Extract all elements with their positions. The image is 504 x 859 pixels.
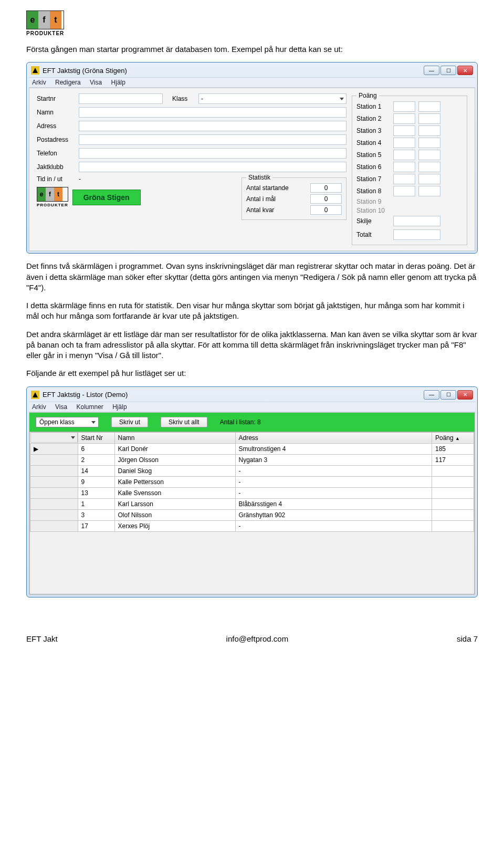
cell-adress: Blåbärsstigen 4	[235, 498, 432, 509]
green-stigen-button[interactable]: Gröna Stigen	[72, 190, 141, 205]
logo-letter-e: e	[27, 11, 38, 29]
input-station-7b[interactable]	[418, 174, 440, 184]
maximize-button-2[interactable]: ☐	[440, 390, 456, 400]
table-row[interactable]: 2Jörgen OlssonNygatan 3117	[30, 454, 474, 465]
input-station-1a[interactable]	[393, 101, 415, 112]
input-jaktklubb[interactable]	[79, 162, 346, 172]
close-button[interactable]: ✕	[457, 66, 473, 75]
input-totalt[interactable]	[393, 229, 440, 240]
cell-namn: Daniel Skog	[114, 465, 235, 476]
table-row[interactable]: ▶6Karl DonérSmultronstigen 4185	[30, 443, 474, 454]
cell-startnr: 2	[78, 454, 114, 465]
cell-adress: Smultronstigen 4	[235, 443, 432, 454]
row-selector[interactable]	[30, 498, 78, 509]
input-telefon[interactable]	[79, 148, 346, 159]
label-station-7: Station 7	[356, 175, 393, 183]
row-selector[interactable]	[30, 487, 78, 498]
label-klass: Klass	[172, 95, 198, 102]
print-all-button[interactable]: Skriv ut allt	[161, 417, 207, 427]
menu2-visa[interactable]: Visa	[55, 403, 67, 411]
col-adress[interactable]: Adress	[235, 432, 432, 443]
page-footer: EFT Jakt info@eftprod.com sida 7	[26, 634, 478, 643]
label-station-1: Station 1	[356, 103, 393, 110]
menu2-kolumner[interactable]: Kolumner	[77, 403, 103, 411]
cell-poang	[432, 498, 474, 509]
table-row[interactable]: 14Daniel Skog-	[30, 465, 474, 476]
class-dropdown[interactable]: Öppen klass	[36, 417, 99, 427]
input-station-6b[interactable]	[418, 162, 440, 172]
table-row[interactable]: 9Kalle Pettersson-	[30, 476, 474, 487]
menu-bar: Arkiv Redigera Visa Hjälp	[29, 77, 475, 88]
table-row[interactable]: 1Karl LarssonBlåbärsstigen 4	[30, 498, 474, 509]
menu2-arkiv[interactable]: Arkiv	[32, 403, 46, 411]
row-selector[interactable]: ▶	[30, 443, 78, 454]
menu-visa[interactable]: Visa	[90, 79, 102, 86]
input-station-8b[interactable]	[418, 186, 440, 196]
paragraph-5: Följande är ett exempel på hur listläget…	[26, 368, 478, 379]
input-adress[interactable]	[79, 121, 346, 131]
menu2-hjalp[interactable]: Hjälp	[112, 403, 127, 411]
input-postadress[interactable]	[79, 134, 346, 145]
row-selector[interactable]	[30, 465, 78, 476]
input-skilje[interactable]	[393, 216, 440, 226]
label-station-10: Station 10	[356, 207, 393, 214]
cell-poang	[432, 520, 474, 531]
input-station-1b[interactable]	[418, 101, 440, 112]
row-selector[interactable]	[30, 509, 78, 520]
row-selector[interactable]	[30, 454, 78, 465]
select-klass[interactable]: -	[198, 93, 346, 104]
menu-hjalp[interactable]: Hjälp	[111, 79, 125, 86]
menu-arkiv[interactable]: Arkiv	[32, 79, 46, 86]
row-selector[interactable]	[30, 520, 78, 531]
cell-adress: Gränshyttan 902	[235, 509, 432, 520]
cell-namn: Xerxes Plöj	[114, 520, 235, 531]
cell-namn: Karl Donér	[114, 443, 235, 454]
label-totalt: Totalt	[356, 231, 393, 238]
minimize-button-2[interactable]: —	[424, 390, 439, 400]
input-station-7a[interactable]	[393, 174, 415, 184]
table-row[interactable]: 3Olof NilssonGränshyttan 902	[30, 509, 474, 520]
fieldset-statistik-legend: Statistik	[246, 174, 272, 181]
label-startnr: Startnr	[37, 95, 79, 102]
input-station-5b[interactable]	[418, 150, 440, 160]
maximize-button[interactable]: ☐	[440, 66, 456, 75]
fieldset-poang-legend: Poäng	[356, 92, 379, 99]
value-tid: -	[79, 175, 81, 183]
menu-redigera[interactable]: Redigera	[55, 79, 81, 86]
row-selector[interactable]	[30, 476, 78, 487]
minimize-button[interactable]: —	[424, 66, 439, 75]
label-station-4: Station 4	[356, 139, 393, 146]
col-namn[interactable]: Namn	[114, 432, 235, 443]
input-station-6a[interactable]	[393, 162, 415, 172]
input-station-4b[interactable]	[418, 138, 440, 148]
cell-poang	[432, 465, 474, 476]
cell-poang: 185	[432, 443, 474, 454]
cell-startnr: 6	[78, 443, 114, 454]
input-station-8a[interactable]	[393, 186, 415, 196]
cell-startnr: 14	[78, 465, 114, 476]
cell-startnr: 1	[78, 498, 114, 509]
table-row[interactable]: 17Xerxes Plöj-	[30, 520, 474, 531]
input-station-2a[interactable]	[393, 113, 415, 124]
label-tid: Tid in / ut	[37, 175, 79, 183]
input-station-4a[interactable]	[393, 138, 415, 148]
col-poang[interactable]: Poäng ▲	[432, 432, 474, 443]
input-station-2b[interactable]	[418, 113, 440, 124]
paragraph-2: Det finns två skärmlägen i programmet. O…	[26, 261, 478, 293]
input-station-3b[interactable]	[418, 125, 440, 136]
cell-startnr: 9	[78, 476, 114, 487]
footer-left: EFT Jakt	[26, 634, 58, 643]
table-row[interactable]: 13Kalle Svensson-	[30, 487, 474, 498]
input-station-5a[interactable]	[393, 150, 415, 160]
footer-right: sida 7	[457, 634, 478, 643]
input-namn[interactable]	[79, 107, 346, 118]
menu-bar-2: Arkiv Visa Kolumner Hjälp	[29, 402, 475, 412]
cell-namn: Olof Nilsson	[114, 509, 235, 520]
print-button[interactable]: Skriv ut	[111, 417, 148, 427]
close-button-2[interactable]: ✕	[457, 390, 473, 400]
input-station-3a[interactable]	[393, 125, 415, 136]
col-startnr[interactable]: Start Nr	[78, 432, 114, 443]
label-jaktklubb: Jaktklubb	[37, 163, 79, 171]
input-startnr[interactable]	[79, 93, 163, 104]
col-selector[interactable]	[30, 432, 78, 443]
